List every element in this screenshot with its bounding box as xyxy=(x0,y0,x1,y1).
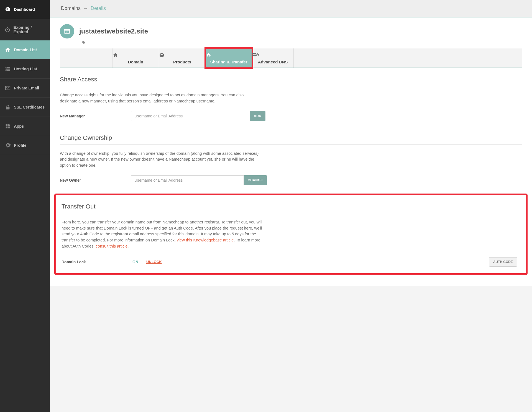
domain-header: justatestwebsite2.site xyxy=(60,24,522,38)
tab-label: Advanced DNS xyxy=(258,60,288,64)
sidebar-item-domain-list[interactable]: Domain List xyxy=(0,40,50,60)
tab-label: Products xyxy=(173,60,191,64)
breadcrumb-root[interactable]: Domains xyxy=(61,6,81,11)
tabs: Domain Products Sharing & Transfer xyxy=(60,48,522,68)
lock-icon xyxy=(4,104,11,110)
sidebar-item-apps[interactable]: Apps xyxy=(0,117,50,136)
gear-icon xyxy=(4,142,11,149)
sidebar-item-label: Private Email xyxy=(14,86,39,90)
breadcrumb-arrow: → xyxy=(83,6,88,11)
sidebar: Dashboard Expiring / Expired Domain List… xyxy=(0,0,50,412)
unlock-link[interactable]: UNLOCK xyxy=(146,260,162,264)
breadcrumb-current: Details xyxy=(91,6,106,11)
new-owner-row: New Owner CHANGE xyxy=(60,169,522,185)
svg-rect-1 xyxy=(6,67,10,69)
server-icon xyxy=(4,66,11,72)
tab-label: Sharing & Transfer xyxy=(210,60,247,64)
svg-point-10 xyxy=(83,41,83,42)
clock-icon xyxy=(4,26,11,33)
tag-icon[interactable] xyxy=(81,40,522,45)
new-owner-input[interactable] xyxy=(131,175,244,185)
svg-rect-2 xyxy=(6,69,10,71)
new-manager-row: New Manager ADD xyxy=(60,104,522,121)
main-content: Domains → Details justatestwebsite2.site xyxy=(50,0,532,412)
svg-rect-6 xyxy=(6,124,7,126)
auth-codes-article-link[interactable]: consult this article xyxy=(96,244,127,248)
svg-rect-7 xyxy=(8,124,10,126)
storefront-icon xyxy=(60,24,74,38)
share-access-title: Share Access xyxy=(60,68,522,86)
domain-lock-status: ON xyxy=(132,260,145,264)
domain-lock-row: Domain Lock ON UNLOCK AUTH CODE xyxy=(62,249,520,267)
svg-point-4 xyxy=(6,70,7,71)
sidebar-item-dashboard[interactable]: Dashboard xyxy=(0,0,50,19)
domain-name: justatestwebsite2.site xyxy=(79,27,148,35)
home-arrow-icon xyxy=(206,52,252,58)
transfer-out-desc: From here, you can transfer your domain … xyxy=(62,213,264,249)
box-icon xyxy=(159,52,205,58)
change-ownership-desc: With a change of ownership, you fully re… xyxy=(60,145,262,169)
auth-code-button[interactable]: AUTH CODE xyxy=(489,257,517,267)
new-manager-label: New Manager xyxy=(60,114,131,118)
dns-icon xyxy=(252,52,293,58)
transfer-out-title: Transfer Out xyxy=(62,195,520,213)
sidebar-item-label: Profile xyxy=(14,143,26,148)
kb-article-link[interactable]: view this Knowledgebase article xyxy=(177,238,234,242)
share-access-desc: Change access rights for the individuals… xyxy=(60,86,262,104)
domain-lock-label: Domain Lock xyxy=(62,260,132,264)
transfer-out-block: Transfer Out From here, you can transfer… xyxy=(54,194,528,275)
tab-advanced-dns[interactable]: Advanced DNS xyxy=(252,48,294,68)
svg-rect-11 xyxy=(252,53,256,54)
add-button[interactable]: ADD xyxy=(250,111,265,121)
change-ownership-title: Change Ownership xyxy=(60,127,522,145)
sidebar-item-private-email[interactable]: Private Email xyxy=(0,79,50,98)
tab-products[interactable]: Products xyxy=(159,48,206,68)
sidebar-item-label: SSL Certificates xyxy=(14,105,45,109)
change-button[interactable]: CHANGE xyxy=(244,175,267,185)
new-manager-input[interactable] xyxy=(131,111,250,121)
breadcrumb: Domains → Details xyxy=(50,0,532,17)
tab-domain[interactable]: Domain xyxy=(112,48,159,68)
sidebar-item-label: Apps xyxy=(14,124,24,128)
mail-icon xyxy=(4,85,11,91)
gauge-icon xyxy=(4,6,11,13)
svg-rect-12 xyxy=(252,55,256,56)
svg-point-3 xyxy=(6,68,7,68)
tab-sharing-transfer[interactable]: Sharing & Transfer xyxy=(206,48,252,68)
tab-label: Domain xyxy=(128,60,143,64)
svg-rect-8 xyxy=(6,127,7,128)
tab-spacer xyxy=(60,48,112,68)
sidebar-item-label: Expiring / Expired xyxy=(13,25,45,34)
sidebar-item-hosting-list[interactable]: Hosting List xyxy=(0,60,50,79)
sidebar-item-label: Domain List xyxy=(14,48,37,52)
home-icon xyxy=(112,52,159,58)
home-icon xyxy=(4,47,11,53)
grid-icon xyxy=(4,123,11,130)
sidebar-item-profile[interactable]: Profile xyxy=(0,136,50,155)
sidebar-item-label: Hosting List xyxy=(14,67,37,71)
sidebar-item-expiring[interactable]: Expiring / Expired xyxy=(0,19,50,40)
svg-rect-5 xyxy=(6,107,10,109)
sidebar-item-label: Dashboard xyxy=(14,7,35,12)
new-owner-label: New Owner xyxy=(60,178,131,182)
svg-rect-9 xyxy=(8,127,10,128)
sidebar-item-ssl[interactable]: SSL Certificates xyxy=(0,98,50,117)
